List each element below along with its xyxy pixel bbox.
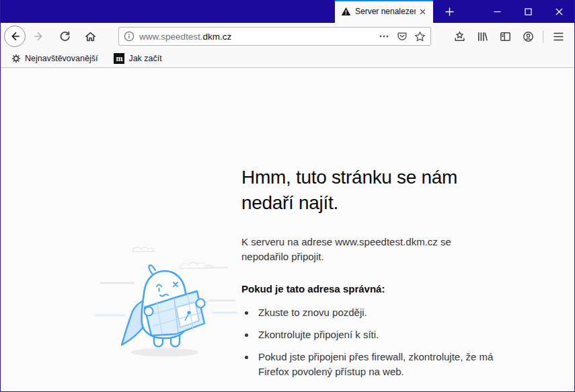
error-title: Hmm, tuto stránku se nám nedaří najít. [241,165,497,216]
mozilla-favicon: m [114,53,124,64]
warning-icon [341,7,351,16]
page-actions-icon[interactable] [375,28,393,45]
close-window-button[interactable] [543,0,574,23]
bookmark-most-visited[interactable]: Nejnavštěvovanější [9,52,100,66]
error-text-column: Hmm, tuto stránku se nám nedaří najít. K… [241,165,497,392]
account-icon[interactable] [517,26,539,47]
titlebar: Server nenalezen [1,0,574,23]
tab-server-nenalezen[interactable]: Server nenalezen [335,0,433,23]
url-domain: dkm.cz [203,32,232,42]
pocket-icon[interactable] [393,28,411,45]
gear-icon [11,54,21,63]
sidebar-icon[interactable] [494,26,516,47]
list-item: Zkuste to znovu později. [256,305,497,320]
url-prefix: www.speedtest. [139,32,203,42]
bookmark-getting-started[interactable]: m Jak začít [112,52,163,66]
list-item: Zkontrolujte připojení k síti. [256,327,497,342]
site-info-icon[interactable] [119,31,139,42]
tab-title: Server nenalezen [355,7,416,16]
minimize-button[interactable] [482,0,512,23]
url-input[interactable]: www.speedtest.dkm.cz [118,27,431,46]
error-advice-heading: Pokud je tato adresa správná: [241,282,497,297]
tab-close-icon[interactable] [416,5,429,18]
error-suggestion-list: Zkuste to znovu později. Zkontrolujte př… [256,305,497,379]
back-icon[interactable] [4,26,26,47]
url-text: www.speedtest.dkm.cz [139,32,375,42]
lost-character-illustration [95,233,237,362]
library-icon[interactable] [471,26,493,47]
maximize-button[interactable] [512,0,543,23]
window-controls [482,0,574,23]
bookmarks-menu-icon[interactable] [449,26,470,47]
new-tab-button[interactable] [438,0,461,23]
browser-window: Server nenalezen [0,0,575,392]
error-description: K serveru na adrese www.speedtest.dkm.cz… [241,235,497,264]
bookmark-star-icon[interactable] [411,28,429,45]
error-page: Hmm, tuto stránku se nám nedaří najít. K… [1,68,574,391]
menu-hamburger-icon[interactable] [547,26,569,47]
tab-active-accent [335,0,433,1]
reload-icon[interactable] [54,26,75,47]
navigation-toolbar: www.speedtest.dkm.cz [1,23,574,50]
bookmark-label: Nejnavštěvovanější [25,54,98,63]
bookmarks-toolbar: Nejnavštěvovanější m Jak začít [1,50,574,68]
forward-icon[interactable] [28,26,50,47]
bookmark-label: Jak začít [128,54,161,63]
list-item: Pokud jste připojeni přes firewall, zkon… [256,350,497,379]
toolbar-separator [543,30,543,43]
home-icon[interactable] [79,26,101,47]
